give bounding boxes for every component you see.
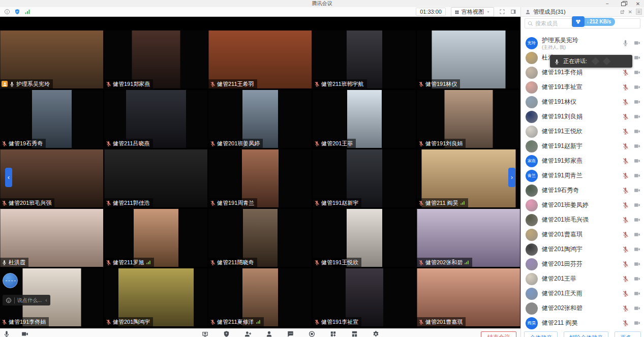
camera-icon[interactable]	[634, 217, 640, 223]
video-tile[interactable]: 健管211罗旭	[104, 209, 207, 267]
camera-icon[interactable]	[634, 320, 640, 326]
minimize-button[interactable]: −	[603, 0, 611, 7]
invite-button[interactable]	[244, 330, 252, 337]
floating-widget[interactable]	[3, 273, 18, 288]
mic-muted-icon[interactable]	[622, 261, 629, 267]
microphone-button[interactable]	[3, 330, 10, 337]
video-tile[interactable]: 健管191赵新宇	[313, 149, 416, 207]
camera-icon[interactable]	[634, 158, 640, 164]
mic-muted-icon[interactable]	[622, 172, 629, 179]
quick-chat-bar[interactable]: 说点什么... ‹	[3, 295, 50, 305]
video-tile[interactable]: 健管211王希羽	[208, 30, 312, 88]
meeting-info-icon[interactable]	[4, 9, 10, 15]
more-button[interactable]: 更多 ▾	[615, 331, 641, 337]
sidebar-layout-button[interactable]	[510, 9, 516, 15]
panel-menu-icon[interactable]: ≡	[636, 9, 642, 15]
video-tile[interactable]: 护理系吴宪玲	[0, 30, 103, 88]
mic-icon[interactable]	[622, 40, 629, 46]
member-row[interactable]: 健管201班姜凤婷	[521, 198, 644, 212]
mic-muted-icon[interactable]	[622, 231, 629, 238]
grid-view-button[interactable]: 宫格视图	[451, 7, 494, 17]
video-tile[interactable]: 健管191林仪	[417, 30, 520, 88]
mic-muted-icon[interactable]	[622, 113, 629, 120]
video-tile[interactable]: 健管201王菲	[313, 90, 416, 148]
video-tile[interactable]: 健管191周青兰	[208, 149, 312, 207]
video-tile[interactable]: 健管201陶鸿宇	[104, 268, 207, 326]
member-row[interactable]: 健管201王菲	[521, 271, 644, 286]
mic-muted-icon[interactable]	[622, 69, 629, 76]
close-button[interactable]: ✕	[634, 0, 642, 7]
video-tile[interactable]: 健管19石秀奇	[0, 90, 103, 148]
camera-icon[interactable]	[634, 143, 640, 149]
member-row[interactable]: 健管191王悦欣	[521, 124, 644, 139]
video-tile[interactable]: 杜洪霞	[0, 209, 103, 267]
video-tile[interactable]: 健管211隋晓奇	[208, 209, 312, 267]
mic-muted-icon[interactable]	[622, 158, 629, 164]
member-row[interactable]: 家燕健管191郑家燕	[521, 154, 644, 168]
camera-icon[interactable]	[634, 261, 640, 267]
collapse-arrow-icon[interactable]: ‹	[44, 297, 47, 303]
mic-muted-icon[interactable]	[622, 143, 629, 149]
fullscreen-button[interactable]	[499, 9, 505, 15]
camera-button[interactable]	[21, 330, 28, 337]
camera-icon[interactable]	[634, 40, 640, 46]
video-tile[interactable]: 健管201曹嘉琪	[417, 268, 520, 326]
mic-muted-icon[interactable]	[622, 290, 629, 297]
member-row[interactable]: 健管202张和碧	[521, 301, 644, 316]
camera-icon[interactable]	[634, 172, 640, 179]
member-row[interactable]: 宪玲护理系吴宪玲(主持人, 我)	[521, 36, 644, 50]
video-tile[interactable]: 健管201班毛兴强	[0, 149, 103, 207]
video-tile[interactable]: 健管201班姜凤婷	[208, 90, 312, 148]
camera-icon[interactable]	[634, 246, 640, 253]
mic-muted-icon[interactable]	[622, 128, 629, 135]
member-row[interactable]: 健管191赵新宇	[521, 139, 644, 154]
chat-button[interactable]	[287, 330, 294, 337]
camera-icon[interactable]	[634, 69, 640, 76]
video-tile[interactable]: 健管211夏修洋	[208, 268, 312, 326]
mic-muted-icon[interactable]	[622, 202, 629, 208]
popout-panel-icon[interactable]	[620, 9, 625, 14]
share-screen-button[interactable]	[202, 330, 209, 337]
camera-icon[interactable]	[634, 84, 640, 90]
camera-icon[interactable]	[634, 54, 640, 61]
mic-muted-icon[interactable]	[622, 99, 629, 105]
next-page-arrow[interactable]: ›	[508, 168, 515, 187]
video-tile[interactable]: 健管191郑家燕	[104, 30, 207, 88]
record-button[interactable]	[309, 330, 316, 337]
member-row[interactable]: 青兰健管191周青兰	[521, 168, 644, 183]
breakout-rooms-button[interactable]	[351, 330, 358, 337]
security-shield-icon[interactable]	[14, 9, 20, 15]
manage-members-button[interactable]	[266, 330, 273, 337]
maximize-button[interactable]	[619, 0, 627, 7]
member-row[interactable]: 阎昊健管211 阎昊	[521, 316, 644, 330]
camera-icon[interactable]	[634, 187, 640, 194]
video-tile[interactable]: 健管191李祉宣	[313, 268, 416, 326]
camera-icon[interactable]	[634, 305, 640, 312]
camera-icon[interactable]	[634, 290, 640, 297]
video-tile[interactable]: 健管191王悦欣	[313, 209, 416, 267]
mic-muted-icon[interactable]	[622, 320, 629, 326]
mute-all-button[interactable]: 全体静音	[524, 331, 558, 337]
video-tile[interactable]: 健管202张和碧	[417, 209, 520, 267]
member-row[interactable]: 健管191刘良娟	[521, 109, 644, 124]
member-row[interactable]: 健管191李祉宣	[521, 80, 644, 95]
video-tile[interactable]: 健管211 阎昊	[417, 149, 520, 207]
mic-muted-icon[interactable]	[622, 246, 629, 253]
settings-button[interactable]	[373, 330, 380, 337]
camera-icon[interactable]	[634, 275, 640, 282]
chat-input-placeholder[interactable]: 说点什么...	[17, 297, 42, 304]
mic-muted-icon[interactable]	[622, 187, 629, 194]
video-tile[interactable]: 健管211郭佳浩	[104, 149, 207, 207]
previous-page-arrow[interactable]: ‹	[5, 168, 12, 187]
member-row[interactable]: 健管201田芬芬	[521, 257, 644, 271]
camera-icon[interactable]	[634, 113, 640, 120]
security-button[interactable]	[223, 330, 230, 337]
end-meeting-button[interactable]: 结束会议	[481, 331, 516, 337]
member-row[interactable]: 健管19石秀奇	[521, 183, 644, 198]
mic-muted-icon[interactable]	[622, 217, 629, 223]
camera-icon[interactable]	[634, 231, 640, 238]
member-row[interactable]: 健管201庄天雨	[521, 286, 644, 301]
apps-button[interactable]	[330, 330, 337, 337]
video-tile[interactable]: 健管211班韩宇航	[313, 30, 416, 88]
camera-icon[interactable]	[634, 202, 640, 208]
